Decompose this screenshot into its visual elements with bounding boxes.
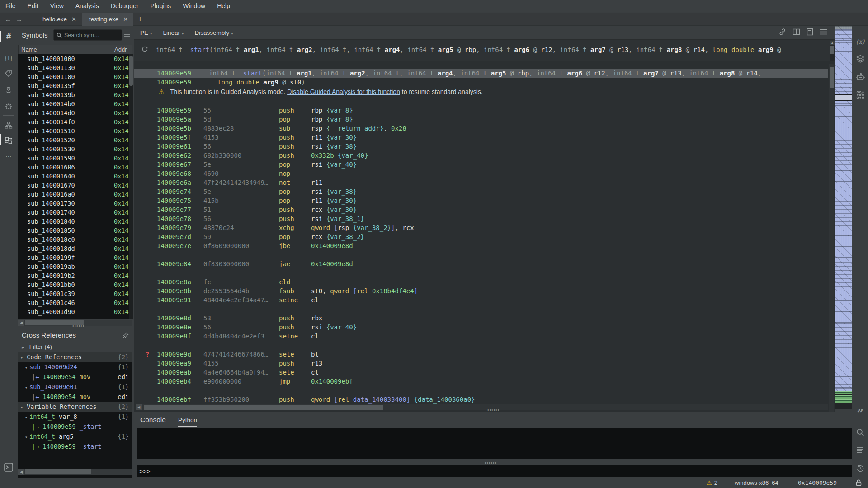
instruction-address[interactable]: 140009e5b — [157, 124, 191, 133]
plugin-network-sidebar-icon[interactable] — [853, 88, 868, 102]
function-signature-bar[interactable]: int64_t _start(int64_t arg1, int64_t arg… — [134, 40, 835, 61]
disable-guided-analysis-link[interactable]: Disable Guided Analysis for this functio… — [287, 88, 400, 95]
minimap[interactable] — [835, 26, 852, 409]
instruction-mnemonic[interactable]: jmp — [279, 377, 290, 386]
symbol-row[interactable]: sub_1400010000x14 — [18, 54, 132, 63]
instruction-mnemonic[interactable]: push — [279, 214, 294, 223]
instruction-address[interactable]: 140009e75 — [157, 196, 191, 205]
xref-ref[interactable]: |→ 140009e59 _start — [18, 441, 132, 451]
instruction-address[interactable]: 140009e5f — [157, 133, 191, 142]
instruction-mnemonic[interactable]: pop — [279, 187, 290, 196]
instruction-mnemonic[interactable]: push — [279, 314, 294, 323]
instruction-line[interactable]: 140009e6156pushrsi {var_38} — [134, 142, 828, 151]
view-menu-icon[interactable] — [820, 28, 827, 35]
instruction-address[interactable]: 140009e8e — [157, 323, 191, 332]
document-icon[interactable] — [807, 28, 813, 36]
panel-splitter-handle[interactable]: •••••• — [72, 324, 85, 328]
instruction-line[interactable]: 140009e5b4883ec28subrsp {__return_addr},… — [134, 124, 828, 133]
instruction-mnemonic[interactable]: push — [279, 106, 294, 115]
lock-icon[interactable] — [856, 479, 862, 486]
menu-window[interactable]: Window — [183, 2, 205, 9]
instruction-operands[interactable]: rsi {var_40} — [311, 323, 357, 332]
instruction-line[interactable]: 140009e5a5dpoprbp {var_8} — [134, 115, 828, 124]
symbol-row[interactable]: sub_1400019ab0x14 — [18, 262, 132, 271]
xref-item[interactable]: ▾int64_t var_8{1} — [18, 412, 132, 422]
instruction-line[interactable]: 140009eab4a4e64664b4a0f94…setecl — [134, 368, 828, 377]
instruction-address[interactable]: 140009e5a — [157, 115, 191, 124]
symbol-row[interactable]: sub_140001bb00x14 — [18, 280, 132, 289]
symbol-row[interactable]: sub_1400018500x14 — [18, 226, 132, 235]
instruction-line[interactable]: 140009eb4e906000000jmp0x140009ebf — [134, 377, 828, 386]
symbol-row[interactable]: sub_1400014b00x14 — [18, 99, 132, 108]
instruction-line[interactable]: 140009e8afccld — [134, 277, 828, 286]
instruction-mnemonic[interactable]: pop — [279, 160, 290, 169]
instruction-mnemonic[interactable]: setne — [279, 296, 298, 305]
symbol-row[interactable]: sub_1400011800x14 — [18, 72, 132, 81]
xref-function-name[interactable]: _start — [80, 423, 102, 430]
instruction-mnemonic[interactable]: jae — [279, 259, 290, 268]
xrefs-filter-row[interactable]: ▸ Filter (4) — [18, 342, 132, 352]
search-sidebar-icon[interactable] — [853, 426, 868, 439]
xref-address[interactable]: 140009e59 — [39, 443, 79, 450]
symbols-search-input[interactable] — [64, 32, 114, 38]
instruction-address[interactable]: 140009e61 — [157, 142, 191, 151]
symbol-row[interactable]: sub_1400019b20x14 — [18, 271, 132, 280]
symbol-row[interactable]: sub_1400015100x14 — [18, 127, 132, 136]
instruction-address[interactable]: 140009e7e — [157, 241, 191, 250]
instruction-operands[interactable]: rcx {var_38_2} — [311, 232, 364, 241]
symbol-row[interactable]: sub_1400016700x14 — [18, 181, 132, 190]
instruction-operands[interactable]: 0x140009e8d — [311, 241, 353, 250]
instruction-line[interactable]: 140009e8bdc2553564d4bfsubst0, qword [rel… — [134, 286, 828, 296]
instruction-operands[interactable]: r11 — [311, 178, 322, 187]
xref-ref[interactable]: |→ 140009e59 _start — [18, 422, 132, 432]
instruction-address[interactable]: 140009e62 — [157, 151, 191, 160]
instruction-operands[interactable]: cl — [311, 368, 319, 377]
instruction-mnemonic[interactable]: not — [279, 178, 290, 187]
instruction-address[interactable]: 140009e9d — [157, 350, 191, 359]
symbol-row[interactable]: sub_140001d900x14 — [18, 307, 132, 316]
collapse-arrow-icon[interactable]: ▾ — [25, 385, 28, 390]
listing-function-header-line[interactable]: 140009e59int64_t _start(int64_t arg1, in… — [134, 69, 828, 78]
instruction-mnemonic[interactable]: fsub — [279, 286, 294, 296]
instruction-operands[interactable]: r11 {var_30} — [311, 196, 357, 205]
symbols-vertical-scrollbar[interactable] — [129, 54, 133, 319]
instruction-operands[interactable]: st0, qword [rel 0x18b4df4e4] — [311, 286, 418, 296]
instruction-operands[interactable]: 0x332b {var_40} — [311, 151, 368, 160]
debugger-sidebar-icon[interactable] — [0, 99, 17, 113]
instruction-operands[interactable]: rsi {var_38} — [311, 187, 357, 196]
instruction-address[interactable]: 140009e84 — [157, 259, 191, 268]
menu-analysis[interactable]: Analysis — [75, 2, 99, 9]
instruction-operands[interactable]: rsi {var_40} — [311, 160, 357, 169]
menu-plugins[interactable]: Plugins — [150, 2, 171, 9]
instruction-operands[interactable]: 0x140009ebf — [311, 377, 353, 386]
symbol-row[interactable]: sub_1400016a00x14 — [18, 190, 132, 199]
instruction-address[interactable]: 140009e67 — [157, 160, 191, 169]
instruction-line[interactable]: 140009e840f8303000000jae0x140009e8d — [134, 259, 828, 268]
symbol-row[interactable]: sub_1400014f00x14 — [18, 117, 132, 127]
instruction-address[interactable]: 140009e7d — [157, 232, 191, 241]
instruction-line[interactable]: 140009e5f4153pushr11 {var_30} — [134, 133, 828, 142]
symbols-menu-icon[interactable] — [123, 32, 131, 38]
instruction-mnemonic[interactable]: push — [279, 205, 294, 214]
symbol-row[interactable]: sub_1400018dd0x14 — [18, 244, 132, 253]
instruction-operands[interactable]: rbp {var_8} — [311, 115, 353, 124]
collapse-arrow-icon[interactable]: ▾ — [25, 365, 28, 370]
status-platform[interactable]: windows-x86_64 — [735, 479, 778, 486]
xref-group[interactable]: ▾ Variable References{2} — [18, 402, 132, 412]
instruction-address[interactable]: 140009e8b — [157, 286, 191, 296]
symbol-row[interactable]: sub_1400017400x14 — [18, 208, 132, 217]
symbol-row[interactable]: sub_1400014d00x14 — [18, 108, 132, 117]
tab-python[interactable]: Python — [178, 417, 197, 427]
status-current-address[interactable]: 0x140009e59 — [798, 479, 837, 486]
instruction-line[interactable]: 140009e684690nop — [134, 169, 828, 178]
more-sidebar-icon[interactable]: ⋯ — [0, 150, 17, 163]
menu-help[interactable]: Help — [217, 2, 230, 9]
instruction-address[interactable]: 140009e78 — [157, 214, 191, 223]
instruction-address[interactable]: 140009ea9 — [157, 359, 191, 368]
instruction-mnemonic[interactable]: push — [279, 359, 294, 368]
instruction-operands[interactable]: rsi {var_38} — [311, 142, 357, 151]
instruction-address[interactable]: 140009eab — [157, 368, 191, 377]
split-view-icon[interactable] — [793, 28, 800, 36]
symbol-row[interactable]: sub_14000139b0x14 — [18, 90, 132, 99]
symbol-row[interactable]: sub_140001c460x14 — [18, 298, 132, 307]
